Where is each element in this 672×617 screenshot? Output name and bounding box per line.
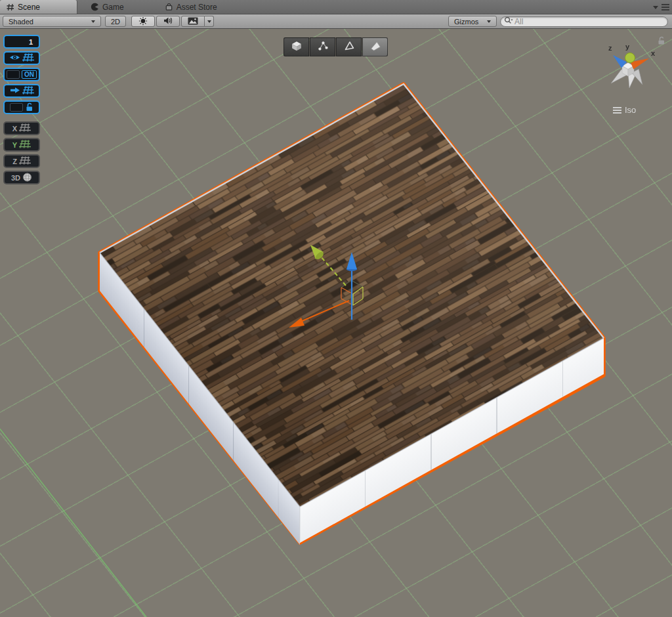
face-icon (368, 39, 383, 55)
effects-dropdown-button[interactable] (205, 16, 214, 27)
progrids-z-plane-button[interactable]: Z (3, 154, 40, 168)
effects-toggle-button[interactable] (181, 16, 205, 27)
chevron-down-icon (487, 20, 491, 23)
image-icon (188, 17, 198, 26)
shading-mode-label: Shaded (9, 18, 33, 26)
axis-z-label: Z (12, 158, 17, 165)
effects-button-group (181, 16, 214, 27)
shading-mode-dropdown[interactable]: Shaded (3, 16, 101, 27)
grid-icon (22, 53, 34, 63)
gizmos-label: Gizmos (454, 18, 478, 26)
scene-toolbar: Shaded 2D (0, 14, 672, 29)
progrids-toolbar: 1 ON (3, 35, 40, 184)
grid-icon (22, 86, 34, 96)
gizmo-z-label: z (608, 44, 612, 52)
asset-store-bag-icon (165, 3, 173, 11)
snap-toggle-slot (7, 70, 20, 79)
search-input[interactable] (514, 17, 662, 26)
probuilder-mode-toolbar (284, 37, 388, 56)
tab-asset-store-label: Asset Store (177, 3, 217, 12)
edge-mode-button[interactable] (336, 37, 362, 56)
iso-lines-icon (613, 106, 621, 115)
projection-label: Iso (625, 105, 636, 115)
progrids-x-plane-button[interactable]: X (3, 121, 40, 135)
cube-icon (289, 39, 304, 55)
tab-asset-store[interactable]: Asset Store (158, 0, 226, 14)
lock-toggle-slot (10, 103, 23, 112)
lighting-toggle-button[interactable] (131, 16, 155, 27)
progrids-y-plane-button[interactable]: Y (3, 138, 40, 152)
vertices-icon (316, 39, 330, 55)
progrids-3d-grid-button[interactable]: 3D (3, 171, 40, 184)
tab-game[interactable]: Game (84, 0, 133, 14)
object-mode-button[interactable] (284, 37, 309, 56)
window-controls (653, 3, 669, 12)
y-axis-sphere[interactable] (625, 53, 635, 63)
tab-bar: Scene Game Asset Store (0, 0, 672, 14)
gizmo-unlock-icon[interactable] (657, 36, 665, 48)
gizmo-y-label: y (625, 43, 630, 51)
snap-on-badge: ON (22, 70, 37, 79)
game-pacman-icon (91, 3, 99, 11)
tab-game-label: Game (102, 3, 124, 12)
tab-scene-label: Scene (18, 3, 40, 12)
projection-toggle[interactable]: Iso (613, 105, 636, 115)
progrids-grid-visibility-button[interactable] (3, 51, 40, 65)
snap-size-value: 1 (5, 38, 39, 46)
scene-search-field (500, 16, 668, 27)
gizmos-dropdown[interactable]: Gizmos (448, 16, 497, 27)
face-mode-button[interactable] (362, 37, 388, 56)
gizmo-x-label: x (651, 49, 656, 57)
grid-icon (19, 140, 31, 150)
chevron-down-icon (91, 20, 95, 23)
progrids-snap-toggle-button[interactable]: ON (3, 68, 40, 81)
sun-icon (138, 16, 148, 27)
grid-icon (19, 156, 31, 166)
unity-scene-view-window: Scene Game Asset Store Shaded (0, 0, 672, 617)
arrow-right-icon (10, 87, 20, 95)
tab-scene[interactable]: Scene (0, 0, 77, 14)
audio-toggle-button[interactable] (156, 16, 180, 27)
2d-label: 2D (111, 18, 120, 26)
scene-viewport[interactable]: 1 ON (0, 29, 672, 617)
axis-y-label: Y (12, 141, 17, 149)
scene-grid-icon (7, 3, 14, 11)
unlock-icon (25, 102, 33, 113)
progrids-lock-grid-button[interactable] (3, 100, 40, 114)
grid-3d-label: 3D (11, 174, 20, 182)
eye-icon (9, 54, 20, 62)
progrids-snap-size-button[interactable]: 1 (3, 35, 40, 49)
search-icon (504, 16, 513, 28)
progrids-push-to-grid-button[interactable] (3, 84, 40, 98)
speaker-icon (163, 16, 173, 26)
window-menu-icon[interactable] (662, 3, 669, 12)
edge-icon (342, 39, 356, 55)
axis-x-label: X (12, 125, 17, 133)
2d-toggle-button[interactable]: 2D (105, 16, 126, 27)
vertex-mode-button[interactable] (310, 37, 335, 56)
grid-icon (19, 123, 31, 133)
chevron-down-icon (207, 20, 211, 23)
sphere-icon (22, 173, 32, 183)
window-dropdown-icon[interactable] (653, 6, 658, 9)
